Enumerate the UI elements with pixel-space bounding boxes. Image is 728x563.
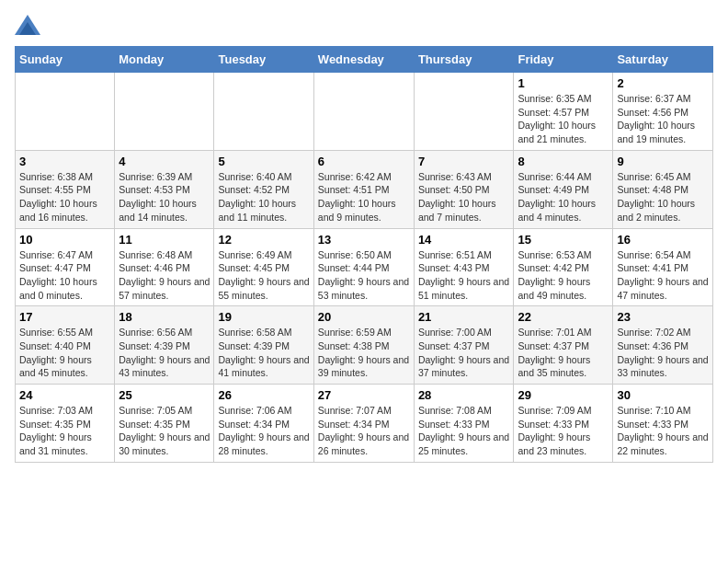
day-number: 7 (418, 155, 510, 168)
day-cell: 17 Sunrise: 6:55 AMSunset: 4:40 PMDaylig… (16, 306, 115, 385)
day-number: 24 (19, 388, 110, 402)
calendar-header: SundayMondayTuesdayWednesdayThursdayFrid… (16, 47, 713, 73)
header-row: SundayMondayTuesdayWednesdayThursdayFrid… (16, 47, 713, 73)
day-number: 19 (218, 310, 309, 324)
day-info: Sunrise: 7:03 AMSunset: 4:35 PMDaylight:… (19, 404, 110, 458)
day-number: 21 (418, 310, 510, 324)
day-cell: 28 Sunrise: 7:08 AMSunset: 4:33 PMDaylig… (414, 385, 514, 463)
day-cell: 19 Sunrise: 6:58 AMSunset: 4:39 PMDaylig… (214, 306, 313, 385)
day-info: Sunrise: 6:53 AMSunset: 4:42 PMDaylight:… (518, 248, 609, 303)
day-cell: 23 Sunrise: 7:02 AMSunset: 4:36 PMDaylig… (613, 306, 713, 385)
day-number: 23 (617, 310, 709, 324)
calendar-table: SundayMondayTuesdayWednesdayThursdayFrid… (15, 46, 713, 463)
week-row-5: 24 Sunrise: 7:03 AMSunset: 4:35 PMDaylig… (16, 385, 713, 463)
day-cell: 11 Sunrise: 6:48 AMSunset: 4:46 PMDaylig… (115, 228, 214, 306)
day-cell: 21 Sunrise: 7:00 AMSunset: 4:37 PMDaylig… (414, 306, 514, 385)
day-cell: 24 Sunrise: 7:03 AMSunset: 4:35 PMDaylig… (16, 385, 115, 463)
day-cell: 10 Sunrise: 6:47 AMSunset: 4:47 PMDaylig… (16, 228, 115, 306)
day-info: Sunrise: 6:35 AMSunset: 4:57 PMDaylight:… (518, 92, 609, 146)
day-number: 13 (318, 233, 410, 247)
day-number: 25 (119, 388, 210, 402)
day-info: Sunrise: 6:47 AMSunset: 4:47 PMDaylight:… (19, 248, 110, 303)
day-number: 9 (617, 155, 709, 168)
day-number: 26 (218, 388, 309, 402)
day-info: Sunrise: 7:08 AMSunset: 4:33 PMDaylight:… (418, 404, 510, 458)
day-number: 14 (418, 233, 510, 247)
day-info: Sunrise: 7:07 AMSunset: 4:34 PMDaylight:… (318, 404, 410, 458)
day-info: Sunrise: 6:43 AMSunset: 4:50 PMDaylight:… (418, 170, 510, 224)
day-number: 16 (617, 233, 709, 247)
day-cell: 25 Sunrise: 7:05 AMSunset: 4:35 PMDaylig… (115, 385, 214, 463)
day-info: Sunrise: 7:01 AMSunset: 4:37 PMDaylight:… (518, 326, 609, 380)
day-info: Sunrise: 6:56 AMSunset: 4:39 PMDaylight:… (119, 326, 210, 380)
day-cell: 22 Sunrise: 7:01 AMSunset: 4:37 PMDaylig… (514, 306, 613, 385)
calendar-body: 1 Sunrise: 6:35 AMSunset: 4:57 PMDayligh… (16, 73, 713, 463)
day-cell: 1 Sunrise: 6:35 AMSunset: 4:57 PMDayligh… (514, 73, 613, 151)
day-info: Sunrise: 6:58 AMSunset: 4:39 PMDaylight:… (218, 326, 309, 380)
day-number: 2 (617, 76, 709, 90)
day-number: 22 (518, 310, 609, 324)
day-cell: 30 Sunrise: 7:10 AMSunset: 4:33 PMDaylig… (613, 385, 713, 463)
week-row-2: 3 Sunrise: 6:38 AMSunset: 4:55 PMDayligh… (16, 150, 713, 228)
day-cell: 4 Sunrise: 6:39 AMSunset: 4:53 PMDayligh… (115, 150, 214, 228)
day-info: Sunrise: 6:48 AMSunset: 4:46 PMDaylight:… (119, 248, 210, 303)
day-number: 11 (119, 233, 210, 247)
day-cell: 14 Sunrise: 6:51 AMSunset: 4:43 PMDaylig… (414, 228, 514, 306)
day-info: Sunrise: 6:50 AMSunset: 4:44 PMDaylight:… (318, 248, 410, 303)
day-info: Sunrise: 7:09 AMSunset: 4:33 PMDaylight:… (518, 404, 609, 458)
day-number: 5 (218, 155, 309, 168)
day-number: 28 (418, 388, 510, 402)
header-cell-sunday: Sunday (16, 47, 115, 73)
day-cell (16, 73, 115, 151)
day-cell: 12 Sunrise: 6:49 AMSunset: 4:45 PMDaylig… (214, 228, 313, 306)
day-info: Sunrise: 6:37 AMSunset: 4:56 PMDaylight:… (617, 92, 709, 146)
day-cell (214, 73, 313, 151)
day-number: 6 (318, 155, 410, 168)
header-cell-friday: Friday (514, 47, 613, 73)
day-info: Sunrise: 6:51 AMSunset: 4:43 PMDaylight:… (418, 248, 510, 303)
day-info: Sunrise: 6:44 AMSunset: 4:49 PMDaylight:… (518, 170, 609, 224)
day-number: 30 (617, 388, 709, 402)
day-number: 8 (518, 155, 609, 168)
day-cell (313, 73, 414, 151)
day-info: Sunrise: 6:38 AMSunset: 4:55 PMDaylight:… (19, 170, 110, 224)
day-cell: 8 Sunrise: 6:44 AMSunset: 4:49 PMDayligh… (514, 150, 613, 228)
day-info: Sunrise: 6:55 AMSunset: 4:40 PMDaylight:… (19, 326, 110, 380)
day-number: 3 (19, 155, 110, 168)
day-cell: 5 Sunrise: 6:40 AMSunset: 4:52 PMDayligh… (214, 150, 313, 228)
day-cell: 13 Sunrise: 6:50 AMSunset: 4:44 PMDaylig… (313, 228, 414, 306)
day-info: Sunrise: 6:45 AMSunset: 4:48 PMDaylight:… (617, 170, 709, 224)
day-info: Sunrise: 7:05 AMSunset: 4:35 PMDaylight:… (119, 404, 210, 458)
day-number: 15 (518, 233, 609, 247)
day-cell: 6 Sunrise: 6:42 AMSunset: 4:51 PMDayligh… (313, 150, 414, 228)
day-number: 18 (119, 310, 210, 324)
week-row-1: 1 Sunrise: 6:35 AMSunset: 4:57 PMDayligh… (16, 73, 713, 151)
day-cell: 18 Sunrise: 6:56 AMSunset: 4:39 PMDaylig… (115, 306, 214, 385)
week-row-3: 10 Sunrise: 6:47 AMSunset: 4:47 PMDaylig… (16, 228, 713, 306)
day-cell: 29 Sunrise: 7:09 AMSunset: 4:33 PMDaylig… (514, 385, 613, 463)
day-cell: 3 Sunrise: 6:38 AMSunset: 4:55 PMDayligh… (16, 150, 115, 228)
day-cell: 16 Sunrise: 6:54 AMSunset: 4:41 PMDaylig… (613, 228, 713, 306)
day-info: Sunrise: 6:40 AMSunset: 4:52 PMDaylight:… (218, 170, 309, 224)
day-number: 17 (19, 310, 110, 324)
logo-icon (15, 15, 40, 35)
header-cell-thursday: Thursday (414, 47, 514, 73)
day-cell: 26 Sunrise: 7:06 AMSunset: 4:34 PMDaylig… (214, 385, 313, 463)
day-info: Sunrise: 6:54 AMSunset: 4:41 PMDaylight:… (617, 248, 709, 303)
day-cell: 9 Sunrise: 6:45 AMSunset: 4:48 PMDayligh… (613, 150, 713, 228)
day-info: Sunrise: 7:06 AMSunset: 4:34 PMDaylight:… (218, 404, 309, 458)
day-cell: 7 Sunrise: 6:43 AMSunset: 4:50 PMDayligh… (414, 150, 514, 228)
day-cell: 15 Sunrise: 6:53 AMSunset: 4:42 PMDaylig… (514, 228, 613, 306)
day-cell: 27 Sunrise: 7:07 AMSunset: 4:34 PMDaylig… (313, 385, 414, 463)
day-cell: 20 Sunrise: 6:59 AMSunset: 4:38 PMDaylig… (313, 306, 414, 385)
header (15, 15, 713, 35)
day-cell: 2 Sunrise: 6:37 AMSunset: 4:56 PMDayligh… (613, 73, 713, 151)
header-cell-saturday: Saturday (613, 47, 713, 73)
day-number: 12 (218, 233, 309, 247)
day-info: Sunrise: 7:00 AMSunset: 4:37 PMDaylight:… (418, 326, 510, 380)
day-info: Sunrise: 6:39 AMSunset: 4:53 PMDaylight:… (119, 170, 210, 224)
header-cell-tuesday: Tuesday (214, 47, 313, 73)
day-number: 29 (518, 388, 609, 402)
day-number: 20 (318, 310, 410, 324)
day-info: Sunrise: 6:49 AMSunset: 4:45 PMDaylight:… (218, 248, 309, 303)
